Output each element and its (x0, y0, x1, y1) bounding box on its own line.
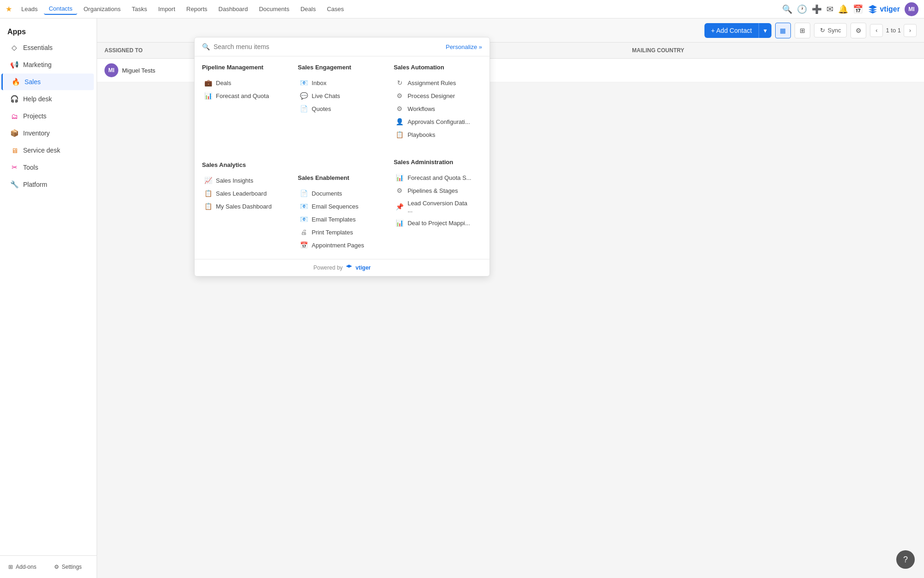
nav-leads[interactable]: Leads (17, 4, 42, 14)
menu-workflows[interactable]: ⚙ Workflows (394, 102, 475, 115)
menu-leaderboard-label: Sales Leaderboard (216, 190, 267, 197)
dropdown-content: Pipeline Management 💼 Deals 📊 Forecast a… (195, 56, 490, 259)
vtiger-brand: vtiger (868, 4, 900, 14)
menu-lead-conversion[interactable]: 📌 Lead Conversion Data ... (394, 197, 475, 216)
apps-dropdown-panel: 🔍 Personalize » Pipeline Management 💼 De… (194, 37, 490, 277)
nav-reports[interactable]: Reports (182, 4, 212, 14)
menu-inbox[interactable]: 📧 Inbox (298, 76, 379, 89)
sales-automation-title: Sales Automation (394, 64, 475, 71)
approvals-icon: 👤 (396, 118, 404, 125)
menu-email-sequences[interactable]: 📧 Email Sequences (298, 200, 379, 213)
forecast-icon: 📊 (204, 92, 212, 99)
menu-forecast-quota[interactable]: 📊 Forecast and Quota (202, 89, 283, 102)
menu-deal-project-mapping[interactable]: 📊 Deal to Project Mappi... (394, 216, 475, 229)
deals-icon: 💼 (204, 79, 212, 86)
nav-dashboard[interactable]: Dashboard (214, 4, 253, 14)
menu-appointment-pages[interactable]: 📅 Appointment Pages (298, 239, 379, 252)
menu-process-label: Process Designer (408, 92, 455, 99)
menu-assignment-rules[interactable]: ↻ Assignment Rules (394, 76, 475, 89)
menu-documents-label: Documents (312, 190, 342, 197)
menu-assignment-label: Assignment Rules (408, 80, 456, 86)
menu-deals-label: Deals (216, 80, 231, 86)
assignment-icon: ↻ (396, 79, 404, 86)
menu-insights-label: Sales Insights (216, 177, 253, 184)
menu-workflows-label: Workflows (408, 105, 435, 112)
documents-icon: 📄 (300, 190, 308, 197)
nav-organizations[interactable]: Organizations (79, 4, 125, 14)
menu-playbooks-label: Playbooks (408, 131, 435, 138)
menu-documents[interactable]: 📄 Documents (298, 187, 379, 200)
appointment-icon: 📅 (300, 241, 308, 249)
pipelines-icon: ⚙ (396, 187, 404, 194)
inbox-icon: 📧 (300, 79, 308, 86)
personalize-link[interactable]: Personalize » (446, 43, 482, 50)
menu-quotes[interactable]: 📄 Quotes (298, 102, 379, 115)
menu-emailseq-label: Email Sequences (312, 203, 358, 210)
menu-quotes-label: Quotes (312, 105, 331, 112)
menu-emailtpl-label: Email Templates (312, 216, 355, 223)
main-layout: Apps ◇ Essentials 📢 Marketing 🔥 Sales 🎧 … (0, 18, 924, 578)
menu-process-designer[interactable]: ⚙ Process Designer (394, 89, 475, 102)
dropdown-footer: Powered by vtiger (195, 259, 490, 276)
menu-sales-insights[interactable]: 📈 Sales Insights (202, 174, 283, 187)
menu-dealmap-label: Deal to Project Mappi... (408, 220, 470, 227)
nav-tasks[interactable]: Tasks (127, 4, 152, 14)
search-icon: 🔍 (202, 43, 210, 50)
nav-import[interactable]: Import (153, 4, 180, 14)
menu-print-templates[interactable]: 🖨 Print Templates (298, 226, 379, 239)
email-icon[interactable]: ✉ (826, 4, 833, 14)
dropdown-search-bar: 🔍 Personalize » (195, 37, 490, 56)
nav-deals[interactable]: Deals (296, 4, 320, 14)
dropdown-col-1: Pipeline Management 💼 Deals 📊 Forecast a… (202, 64, 290, 252)
pipeline-management-title: Pipeline Management (202, 64, 283, 71)
user-avatar[interactable]: MI (905, 2, 918, 16)
plus-circle-icon[interactable]: ➕ (812, 4, 822, 14)
livechat-icon: 💬 (300, 92, 308, 99)
fqs-icon: 📊 (396, 174, 404, 181)
menu-approvals-label: Approvals Configurati... (408, 118, 470, 125)
history-icon[interactable]: 🕐 (797, 4, 807, 14)
menu-approvals[interactable]: 👤 Approvals Configurati... (394, 115, 475, 128)
workflows-icon: ⚙ (396, 105, 404, 112)
insights-icon: 📈 (204, 177, 212, 184)
search-icon[interactable]: 🔍 (782, 4, 792, 14)
menu-deals[interactable]: 💼 Deals (202, 76, 283, 89)
menu-dashboard-label: My Sales Dashboard (216, 203, 272, 210)
menu-pipelines-label: Pipelines & Stages (408, 187, 458, 194)
help-button[interactable]: ? (896, 550, 915, 569)
search-input[interactable] (214, 43, 442, 50)
menu-playbooks[interactable]: 📋 Playbooks (394, 128, 475, 141)
menu-appointment-label: Appointment Pages (312, 242, 364, 249)
sales-administration-title: Sales Administration (394, 159, 475, 166)
emailtpl-icon: 📧 (300, 215, 308, 223)
leaderboard-icon: 📋 (204, 190, 212, 197)
menu-sales-leaderboard[interactable]: 📋 Sales Leaderboard (202, 187, 283, 200)
sales-enablement-title: Sales Enablement (298, 174, 379, 181)
menu-fqs-label: Forecast and Quota S... (408, 174, 471, 181)
sales-engagement-title: Sales Engagement (298, 64, 379, 71)
leadconv-icon: 📌 (396, 203, 404, 210)
menu-forecast-label: Forecast and Quota (216, 92, 269, 99)
menu-livechat-label: Live Chats (312, 92, 340, 99)
menu-print-label: Print Templates (312, 229, 353, 236)
nav-cases[interactable]: Cases (322, 4, 349, 14)
nav-contacts[interactable]: Contacts (44, 3, 77, 15)
menu-pipelines-stages[interactable]: ⚙ Pipelines & Stages (394, 184, 475, 197)
sales-analytics-title: Sales Analytics (202, 161, 283, 168)
topnav-right-icons: 🔍 🕐 ➕ ✉ 🔔 📅 vtiger MI (782, 2, 918, 16)
menu-forecast-quota-settings[interactable]: 📊 Forecast and Quota S... (394, 171, 475, 184)
calendar-icon[interactable]: 📅 (853, 4, 863, 14)
menu-my-sales-dashboard[interactable]: 📋 My Sales Dashboard (202, 200, 283, 213)
powered-by: Powered by vtiger (313, 264, 371, 271)
bell-icon[interactable]: 🔔 (838, 4, 848, 14)
menu-leadconv-label: Lead Conversion Data ... (408, 200, 473, 214)
menu-email-templates[interactable]: 📧 Email Templates (298, 213, 379, 226)
menu-inbox-label: Inbox (312, 80, 326, 86)
nav-documents[interactable]: Documents (254, 4, 294, 14)
emailseq-icon: 📧 (300, 203, 308, 210)
menu-live-chats[interactable]: 💬 Live Chats (298, 89, 379, 102)
dropdown-col-3: Sales Automation ↻ Assignment Rules ⚙ Pr… (386, 64, 482, 252)
star-icon: ★ (6, 5, 12, 13)
process-icon: ⚙ (396, 92, 404, 99)
dealmap-icon: 📊 (396, 219, 404, 227)
